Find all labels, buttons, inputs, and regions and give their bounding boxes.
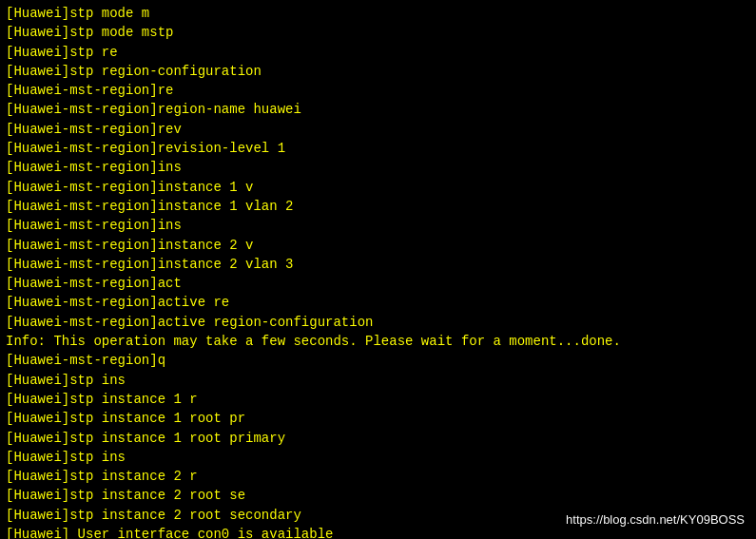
- terminal-line: [Huawei-mst-region]region-name huawei: [6, 100, 750, 119]
- terminal-line: [Huawei-mst-region]active region-configu…: [6, 313, 750, 332]
- terminal-line: [Huawei-mst-region]ins: [6, 216, 750, 235]
- terminal-line: [Huawei-mst-region]instance 2 vlan 3: [6, 255, 750, 274]
- terminal-line: [Huawei]stp instance 1 root pr: [6, 409, 750, 428]
- terminal-line: [Huawei-mst-region]q: [6, 351, 750, 370]
- terminal-line: [Huawei-mst-region]active re: [6, 293, 750, 312]
- terminal-line: [Huawei-mst-region]instance 2 v: [6, 236, 750, 255]
- watermark: https://blog.csdn.net/KY09BOSS: [562, 510, 748, 531]
- terminal-line: [Huawei]stp instance 2 root se: [6, 486, 750, 505]
- terminal-line: [Huawei]stp instance 1 root primary: [6, 429, 750, 448]
- terminal-line: [Huawei-mst-region]re: [6, 81, 750, 100]
- terminal-line: [Huawei]stp ins: [6, 448, 750, 467]
- terminal-line: [Huawei]stp mode mstp: [6, 23, 750, 42]
- terminal-line: [Huawei]stp region-configuration: [6, 62, 750, 81]
- terminal-line: [Huawei]stp re: [6, 43, 750, 62]
- terminal[interactable]: [Huawei]stp mode m[Huawei]stp mode mstp[…: [0, 0, 756, 539]
- terminal-line: [Huawei]stp ins: [6, 371, 750, 390]
- terminal-line: [Huawei]stp instance 1 r: [6, 390, 750, 409]
- terminal-line: [Huawei-mst-region]instance 1 vlan 2: [6, 197, 750, 216]
- terminal-line: [Huawei]stp mode m: [6, 4, 750, 23]
- terminal-line: [Huawei-mst-region]rev: [6, 120, 750, 139]
- terminal-line: [Huawei-mst-region]instance 1 v: [6, 178, 750, 197]
- terminal-line: Info: This operation may take a few seco…: [6, 332, 750, 351]
- terminal-line: [Huawei]stp instance 2 r: [6, 467, 750, 486]
- terminal-line: [Huawei-mst-region]ins: [6, 158, 750, 177]
- terminal-line: [Huawei-mst-region]act: [6, 274, 750, 293]
- terminal-line: [Huawei-mst-region]revision-level 1: [6, 139, 750, 158]
- terminal-output: [Huawei]stp mode m[Huawei]stp mode mstp[…: [6, 4, 750, 539]
